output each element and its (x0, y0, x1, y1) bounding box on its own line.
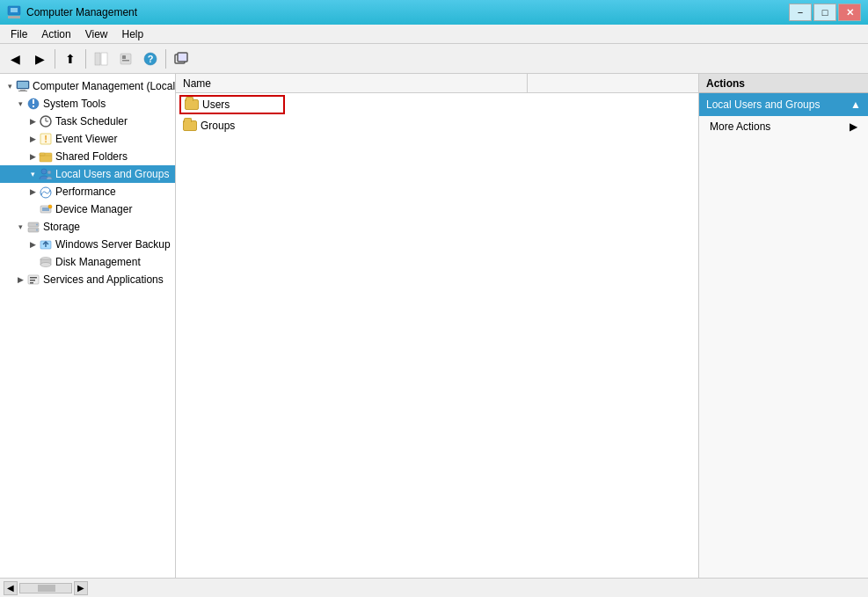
tree-local-users-groups[interactable]: ▾ Local Users and Groups (0, 165, 175, 183)
svg-rect-6 (122, 55, 126, 59)
tree-shared-folders-label: Shared Folders (55, 150, 128, 163)
services-icon (26, 273, 40, 287)
computer-icon (16, 79, 30, 93)
actions-more-actions[interactable]: More Actions ▶ (699, 116, 868, 137)
tree-windows-backup[interactable]: ▶ Windows Server Backup (0, 236, 175, 253)
expand-backup: ▶ (26, 240, 39, 249)
svg-rect-44 (30, 282, 33, 284)
svg-rect-15 (18, 91, 27, 91)
svg-rect-43 (30, 280, 35, 281)
col-name-header: Name (176, 74, 528, 92)
tree-task-scheduler[interactable]: ▶ Task Scheduler (0, 113, 175, 130)
scroll-track[interactable] (19, 583, 72, 593)
toolbar-up[interactable]: ⬆ (59, 47, 82, 70)
actions-header: Actions (699, 74, 868, 93)
more-actions-arrow: ▶ (850, 120, 857, 133)
svg-point-40 (40, 263, 51, 267)
toolbar-separator-3 (165, 49, 166, 69)
menu-bar: File Action View Help (0, 25, 868, 44)
window-title: Computer Management (26, 6, 137, 18)
scroll-thumb (38, 585, 55, 592)
toolbar-new-window[interactable] (170, 47, 193, 70)
toolbar-show-hide-console[interactable] (90, 47, 113, 70)
tree-device-manager[interactable]: Device Manager (0, 200, 175, 218)
expand-local-users: ▾ (26, 170, 39, 178)
scroll-left-btn[interactable]: ◀ (4, 581, 18, 595)
toolbar: ◀ ▶ ⬆ ? (0, 44, 868, 74)
svg-rect-3 (95, 53, 100, 65)
tree-event-viewer[interactable]: ▶ ! Event Viewer (0, 130, 175, 148)
scroll-right-btn[interactable]: ▶ (74, 581, 88, 595)
expand-storage: ▾ (14, 222, 26, 231)
disk-icon (39, 255, 53, 269)
svg-rect-18 (33, 106, 34, 107)
tree-storage-label: Storage (43, 221, 80, 233)
maximize-button[interactable]: □ (813, 4, 836, 21)
svg-point-31 (48, 205, 52, 208)
toolbar-properties[interactable] (114, 47, 137, 70)
storage-icon (26, 220, 40, 234)
groups-folder-icon (183, 119, 197, 133)
expand-performance: ▶ (26, 187, 39, 196)
toolbar-separator-2 (85, 49, 86, 69)
tree-performance-label: Performance (55, 186, 116, 198)
svg-rect-4 (101, 53, 107, 65)
actions-panel: Actions Local Users and Groups ▲ More Ac… (699, 74, 868, 578)
svg-text:!: ! (44, 134, 47, 144)
system-tools-icon (26, 97, 40, 111)
menu-action[interactable]: Action (34, 26, 77, 42)
expand-root: ▾ (4, 82, 16, 91)
toolbar-separator-1 (55, 49, 55, 69)
close-button[interactable]: ✕ (838, 4, 861, 21)
toolbar-help[interactable]: ? (139, 47, 162, 70)
svg-point-27 (47, 171, 51, 174)
menu-help[interactable]: Help (115, 26, 151, 42)
status-bar: ◀ ▶ (0, 578, 868, 597)
task-scheduler-icon (39, 114, 53, 128)
svg-rect-1 (8, 16, 20, 18)
row-users[interactable]: Users (179, 95, 285, 114)
tree-disk-label: Disk Management (55, 256, 141, 268)
tree-disk-management[interactable]: Disk Management (0, 253, 175, 271)
minimize-button[interactable]: − (789, 4, 812, 21)
svg-rect-11 (178, 53, 187, 62)
menu-file[interactable]: File (4, 26, 34, 42)
actions-title: Actions (706, 77, 745, 90)
tree-root[interactable]: ▾ Computer Management (Local) (0, 77, 175, 95)
tree-event-viewer-label: Event Viewer (55, 133, 117, 145)
expand-event-viewer: ▶ (26, 135, 39, 143)
tree-shared-folders[interactable]: ▶ Shared Folders (0, 148, 175, 165)
actions-section-local-users[interactable]: Local Users and Groups ▲ (699, 93, 868, 116)
svg-rect-25 (40, 153, 45, 156)
svg-point-35 (36, 229, 38, 231)
tree-system-tools[interactable]: ▾ System Tools (0, 95, 175, 113)
expand-shared-folders: ▶ (26, 152, 39, 161)
window-controls: − □ ✕ (789, 4, 861, 21)
groups-label: Groups (201, 120, 235, 132)
title-bar: Computer Management − □ ✕ (0, 0, 868, 25)
svg-rect-2 (11, 8, 18, 12)
toolbar-back[interactable]: ◀ (4, 47, 26, 70)
tree-device-manager-label: Device Manager (55, 203, 132, 215)
users-folder-icon (185, 98, 199, 112)
center-header: Name (176, 74, 698, 93)
menu-view[interactable]: View (78, 26, 115, 42)
local-users-icon (39, 167, 53, 181)
svg-rect-7 (122, 60, 129, 62)
center-panel: Name Users Groups (176, 74, 699, 578)
backup-icon (39, 237, 53, 251)
actions-collapse-icon: ▲ (850, 98, 861, 111)
tree-local-users-label: Local Users and Groups (55, 168, 169, 180)
tree-task-scheduler-label: Task Scheduler (55, 115, 128, 127)
svg-rect-30 (42, 207, 49, 211)
svg-rect-13 (18, 82, 28, 88)
svg-text:?: ? (148, 54, 154, 64)
tree-performance[interactable]: ▶ Performance (0, 183, 175, 200)
shared-folders-icon (39, 149, 53, 164)
svg-point-34 (36, 224, 38, 226)
toolbar-forward[interactable]: ▶ (28, 47, 51, 70)
row-groups[interactable]: Groups (176, 116, 698, 135)
tree-storage[interactable]: ▾ Storage (0, 218, 175, 236)
event-viewer-icon: ! (39, 132, 53, 146)
tree-services[interactable]: ▶ Services and Applications (0, 271, 175, 288)
